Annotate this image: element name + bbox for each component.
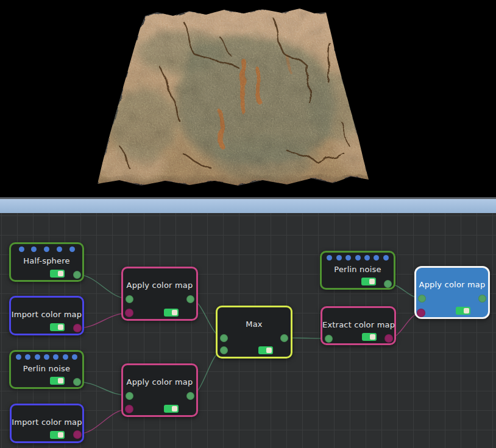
- port-out-green[interactable]: [186, 392, 194, 400]
- port-out-green[interactable]: [186, 295, 194, 303]
- toggle-knob: [58, 271, 63, 276]
- node-max[interactable]: Max: [216, 306, 292, 359]
- node-extract-color-map[interactable]: Extract color map: [321, 306, 396, 345]
- node-label: Perlin noise: [11, 364, 82, 374]
- port-out-green[interactable]: [280, 334, 288, 342]
- enable-toggle[interactable]: [50, 377, 65, 385]
- input-slot-dot[interactable]: [35, 354, 40, 360]
- node-label: Apply color map: [123, 377, 196, 387]
- node-label: Import color map: [12, 418, 82, 427]
- node-import-color-map-2[interactable]: Import color map: [10, 404, 84, 443]
- toggle-knob: [464, 308, 469, 313]
- port-out-green[interactable]: [384, 280, 392, 288]
- port-in-green[interactable]: [220, 334, 228, 342]
- toggle-knob: [58, 324, 63, 330]
- port-in-green[interactable]: [220, 346, 228, 354]
- node-label: Apply color map: [123, 281, 196, 290]
- input-slot-dot[interactable]: [72, 354, 77, 360]
- input-slot-dot[interactable]: [44, 247, 49, 252]
- node-label: Apply color map: [416, 280, 488, 290]
- toggle-knob: [266, 348, 272, 353]
- input-slot-dot[interactable]: [31, 247, 37, 252]
- node-label: Extract color map: [322, 320, 394, 330]
- port-in-green[interactable]: [418, 295, 426, 303]
- node-graph[interactable]: Half-sphereImport color mapPerlin noiseI…: [0, 213, 496, 448]
- toggle-knob: [58, 378, 63, 383]
- input-slot-dot[interactable]: [345, 255, 351, 261]
- input-slot-dot[interactable]: [374, 255, 379, 261]
- toggle-knob: [369, 279, 375, 284]
- enable-toggle[interactable]: [50, 323, 65, 331]
- enable-toggle[interactable]: [50, 270, 65, 278]
- input-slot-dot[interactable]: [355, 255, 361, 261]
- input-slot-dot[interactable]: [57, 247, 62, 252]
- node-import-color-map-1[interactable]: Import color map: [9, 296, 84, 335]
- port-out-green[interactable]: [478, 295, 486, 303]
- port-out-green[interactable]: [73, 271, 81, 279]
- port-in-green[interactable]: [126, 392, 133, 400]
- port-in-green[interactable]: [325, 335, 333, 343]
- input-slot-dot[interactable]: [364, 255, 370, 261]
- port-in-green[interactable]: [126, 295, 133, 303]
- input-slot-dot[interactable]: [19, 247, 24, 252]
- enable-toggle[interactable]: [164, 405, 179, 413]
- input-slot-dot[interactable]: [25, 354, 30, 360]
- toggle-knob: [172, 406, 177, 411]
- enable-toggle[interactable]: [456, 307, 470, 315]
- node-apply-color-map-3[interactable]: Apply color map: [414, 266, 490, 319]
- pane-splitter[interactable]: [0, 199, 496, 213]
- terrain-mesh: [85, 0, 384, 197]
- enable-toggle[interactable]: [362, 333, 377, 341]
- app-window: { "preview": { "background": "#000000", …: [0, 0, 496, 448]
- input-slot-dot[interactable]: [69, 247, 75, 252]
- enable-toggle[interactable]: [361, 278, 376, 285]
- input-slot-dot[interactable]: [44, 354, 49, 360]
- node-apply-color-map-1[interactable]: Apply color map: [121, 267, 198, 321]
- input-slot-dot[interactable]: [383, 255, 389, 261]
- input-slot-dot[interactable]: [16, 354, 21, 360]
- port-out-magenta[interactable]: [73, 430, 82, 439]
- port-out-magenta[interactable]: [73, 324, 82, 332]
- toggle-knob: [58, 432, 63, 438]
- input-slot-dot[interactable]: [327, 255, 332, 261]
- node-perlin-noise-2[interactable]: Perlin noise: [320, 251, 395, 290]
- node-label: Perlin noise: [322, 265, 394, 275]
- input-slot-dot[interactable]: [63, 354, 68, 360]
- enable-toggle[interactable]: [164, 309, 179, 317]
- toggle-knob: [370, 334, 375, 340]
- toggle-knob: [172, 310, 177, 315]
- port-out-magenta[interactable]: [384, 334, 393, 343]
- port-out-green[interactable]: [73, 378, 81, 386]
- terrain-preview-pane[interactable]: [0, 0, 496, 197]
- node-half-sphere[interactable]: Half-sphere: [9, 242, 84, 282]
- node-label: Half-sphere: [11, 256, 82, 266]
- node-apply-color-map-2[interactable]: Apply color map: [121, 363, 198, 417]
- port-in-magenta[interactable]: [125, 309, 133, 317]
- node-label: Import color map: [11, 310, 82, 320]
- input-slot-dot[interactable]: [336, 255, 342, 261]
- node-perlin-noise-1[interactable]: Perlin noise: [9, 350, 84, 389]
- enable-toggle[interactable]: [258, 346, 273, 354]
- node-label: Max: [218, 320, 291, 329]
- port-in-magenta[interactable]: [417, 309, 425, 317]
- port-in-magenta[interactable]: [125, 405, 133, 413]
- enable-toggle[interactable]: [50, 431, 65, 439]
- input-slot-dot[interactable]: [53, 354, 58, 360]
- terrain-preview: [0, 0, 496, 197]
